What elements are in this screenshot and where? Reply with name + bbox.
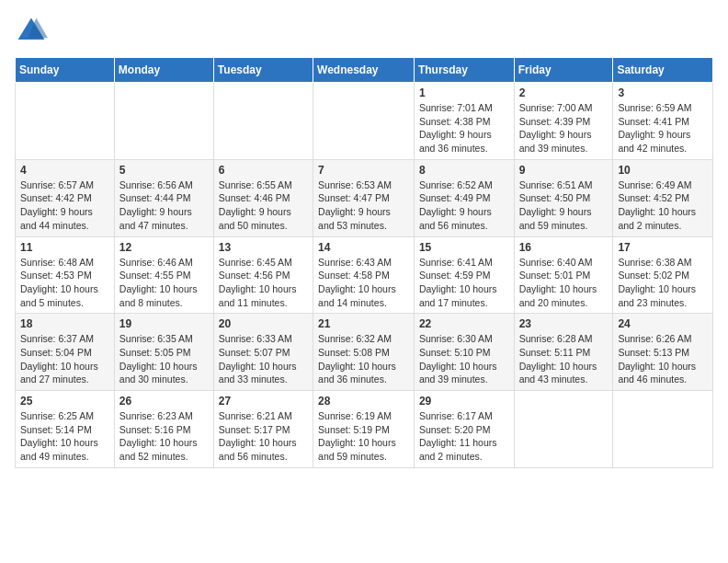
day-info: Sunrise: 6:43 AM Sunset: 4:58 PM Dayligh…	[318, 256, 409, 310]
calendar-table: SundayMondayTuesdayWednesdayThursdayFrid…	[15, 57, 713, 468]
day-info: Sunrise: 6:33 AM Sunset: 5:07 PM Dayligh…	[219, 332, 308, 386]
day-info: Sunrise: 6:28 AM Sunset: 5:11 PM Dayligh…	[519, 332, 609, 386]
day-number: 1	[419, 86, 509, 99]
day-number: 24	[618, 317, 708, 330]
day-number: 3	[618, 86, 708, 99]
day-number: 27	[219, 395, 308, 408]
day-info: Sunrise: 6:25 AM Sunset: 5:14 PM Dayligh…	[20, 409, 109, 464]
calendar-cell: 9Sunrise: 6:51 AM Sunset: 4:50 PM Daylig…	[514, 159, 613, 236]
day-info: Sunrise: 6:32 AM Sunset: 5:08 PM Dayligh…	[318, 332, 409, 386]
calendar-cell: 7Sunrise: 6:53 AM Sunset: 4:47 PM Daylig…	[313, 159, 415, 236]
page-header	[15, 15, 713, 48]
day-info: Sunrise: 6:21 AM Sunset: 5:17 PM Dayligh…	[219, 409, 308, 464]
calendar-header-tuesday: Tuesday	[213, 58, 313, 83]
calendar-cell	[514, 391, 613, 468]
day-number: 26	[119, 395, 209, 408]
calendar-cell: 19Sunrise: 6:35 AM Sunset: 5:05 PM Dayli…	[114, 314, 213, 391]
day-info: Sunrise: 6:45 AM Sunset: 4:56 PM Dayligh…	[219, 256, 308, 310]
calendar-cell	[313, 83, 415, 160]
day-number: 28	[318, 395, 409, 408]
calendar-cell	[16, 83, 115, 160]
day-info: Sunrise: 6:53 AM Sunset: 4:47 PM Dayligh…	[318, 178, 409, 233]
day-info: Sunrise: 6:26 AM Sunset: 5:13 PM Dayligh…	[618, 332, 708, 386]
day-number: 13	[219, 241, 308, 254]
day-info: Sunrise: 7:00 AM Sunset: 4:39 PM Dayligh…	[519, 101, 609, 155]
day-info: Sunrise: 6:23 AM Sunset: 5:16 PM Dayligh…	[119, 409, 209, 464]
day-info: Sunrise: 6:41 AM Sunset: 4:59 PM Dayligh…	[419, 256, 509, 310]
day-number: 16	[519, 241, 609, 254]
calendar-cell: 25Sunrise: 6:25 AM Sunset: 5:14 PM Dayli…	[16, 391, 115, 468]
day-number: 14	[318, 241, 409, 254]
calendar-cell	[213, 83, 313, 160]
calendar-cell: 12Sunrise: 6:46 AM Sunset: 4:55 PM Dayli…	[114, 236, 213, 314]
day-number: 12	[119, 241, 209, 254]
day-number: 18	[20, 317, 109, 330]
calendar-week-row: 4Sunrise: 6:57 AM Sunset: 4:42 PM Daylig…	[16, 159, 713, 236]
day-info: Sunrise: 6:48 AM Sunset: 4:53 PM Dayligh…	[20, 256, 109, 310]
day-info: Sunrise: 6:57 AM Sunset: 4:42 PM Dayligh…	[20, 178, 109, 233]
calendar-header-thursday: Thursday	[414, 58, 514, 83]
calendar-cell	[114, 83, 213, 160]
calendar-header-saturday: Saturday	[613, 58, 713, 83]
day-number: 6	[219, 164, 308, 177]
day-info: Sunrise: 6:35 AM Sunset: 5:05 PM Dayligh…	[119, 332, 209, 386]
calendar-header-row: SundayMondayTuesdayWednesdayThursdayFrid…	[16, 58, 713, 83]
calendar-week-row: 11Sunrise: 6:48 AM Sunset: 4:53 PM Dayli…	[16, 236, 713, 314]
day-number: 4	[20, 164, 109, 177]
calendar-header-monday: Monday	[114, 58, 213, 83]
calendar-cell: 8Sunrise: 6:52 AM Sunset: 4:49 PM Daylig…	[414, 159, 514, 236]
day-number: 7	[318, 164, 409, 177]
day-number: 5	[119, 164, 209, 177]
day-info: Sunrise: 6:30 AM Sunset: 5:10 PM Dayligh…	[419, 332, 509, 386]
calendar-cell: 21Sunrise: 6:32 AM Sunset: 5:08 PM Dayli…	[313, 314, 415, 391]
day-info: Sunrise: 6:17 AM Sunset: 5:20 PM Dayligh…	[419, 409, 509, 464]
calendar-cell: 18Sunrise: 6:37 AM Sunset: 5:04 PM Dayli…	[16, 314, 115, 391]
calendar-cell: 20Sunrise: 6:33 AM Sunset: 5:07 PM Dayli…	[213, 314, 313, 391]
day-number: 25	[20, 395, 109, 408]
calendar-cell: 3Sunrise: 6:59 AM Sunset: 4:41 PM Daylig…	[613, 83, 713, 160]
calendar-week-row: 18Sunrise: 6:37 AM Sunset: 5:04 PM Dayli…	[16, 314, 713, 391]
day-number: 23	[519, 317, 609, 330]
calendar-cell: 27Sunrise: 6:21 AM Sunset: 5:17 PM Dayli…	[213, 391, 313, 468]
calendar-cell: 6Sunrise: 6:55 AM Sunset: 4:46 PM Daylig…	[213, 159, 313, 236]
calendar-cell: 15Sunrise: 6:41 AM Sunset: 4:59 PM Dayli…	[414, 236, 514, 314]
calendar-week-row: 25Sunrise: 6:25 AM Sunset: 5:14 PM Dayli…	[16, 391, 713, 468]
calendar-cell: 4Sunrise: 6:57 AM Sunset: 4:42 PM Daylig…	[16, 159, 115, 236]
calendar-cell: 5Sunrise: 6:56 AM Sunset: 4:44 PM Daylig…	[114, 159, 213, 236]
calendar-header-sunday: Sunday	[16, 58, 115, 83]
day-number: 20	[219, 317, 308, 330]
day-number: 17	[618, 241, 708, 254]
calendar-week-row: 1Sunrise: 7:01 AM Sunset: 4:38 PM Daylig…	[16, 83, 713, 160]
day-number: 11	[20, 241, 109, 254]
day-number: 22	[419, 317, 509, 330]
day-number: 8	[419, 164, 509, 177]
calendar-cell: 16Sunrise: 6:40 AM Sunset: 5:01 PM Dayli…	[514, 236, 613, 314]
day-info: Sunrise: 7:01 AM Sunset: 4:38 PM Dayligh…	[419, 101, 509, 155]
calendar-cell	[613, 391, 713, 468]
day-info: Sunrise: 6:59 AM Sunset: 4:41 PM Dayligh…	[618, 101, 708, 155]
day-number: 9	[519, 164, 609, 177]
day-number: 19	[119, 317, 209, 330]
day-info: Sunrise: 6:55 AM Sunset: 4:46 PM Dayligh…	[219, 178, 308, 233]
day-number: 15	[419, 241, 509, 254]
calendar-cell: 2Sunrise: 7:00 AM Sunset: 4:39 PM Daylig…	[514, 83, 613, 160]
day-info: Sunrise: 6:46 AM Sunset: 4:55 PM Dayligh…	[119, 256, 209, 310]
day-info: Sunrise: 6:37 AM Sunset: 5:04 PM Dayligh…	[20, 332, 109, 386]
calendar-cell: 13Sunrise: 6:45 AM Sunset: 4:56 PM Dayli…	[213, 236, 313, 314]
calendar-header-wednesday: Wednesday	[313, 58, 415, 83]
day-info: Sunrise: 6:51 AM Sunset: 4:50 PM Dayligh…	[519, 178, 609, 233]
day-number: 2	[519, 86, 609, 99]
calendar-cell: 23Sunrise: 6:28 AM Sunset: 5:11 PM Dayli…	[514, 314, 613, 391]
calendar-cell: 1Sunrise: 7:01 AM Sunset: 4:38 PM Daylig…	[414, 83, 514, 160]
calendar-header-friday: Friday	[514, 58, 613, 83]
calendar-cell: 11Sunrise: 6:48 AM Sunset: 4:53 PM Dayli…	[16, 236, 115, 314]
day-number: 29	[419, 395, 509, 408]
calendar-cell: 10Sunrise: 6:49 AM Sunset: 4:52 PM Dayli…	[613, 159, 713, 236]
calendar-cell: 14Sunrise: 6:43 AM Sunset: 4:58 PM Dayli…	[313, 236, 415, 314]
calendar-cell: 29Sunrise: 6:17 AM Sunset: 5:20 PM Dayli…	[414, 391, 514, 468]
day-number: 10	[618, 164, 708, 177]
day-info: Sunrise: 6:56 AM Sunset: 4:44 PM Dayligh…	[119, 178, 209, 233]
day-info: Sunrise: 6:40 AM Sunset: 5:01 PM Dayligh…	[519, 256, 609, 310]
day-number: 21	[318, 317, 409, 330]
day-info: Sunrise: 6:49 AM Sunset: 4:52 PM Dayligh…	[618, 178, 708, 233]
